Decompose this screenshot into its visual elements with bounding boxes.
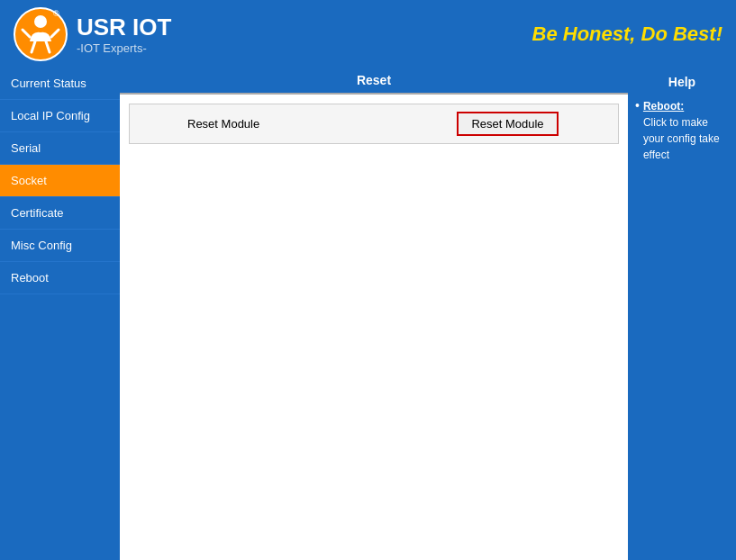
header-slogan: Be Honest, Do Best! <box>532 23 722 46</box>
sidebar-item-socket[interactable]: Socket <box>0 165 120 197</box>
reset-row: Reset Module Reset Module <box>129 104 619 144</box>
help-bold-reboot: Reboot: <box>643 100 684 113</box>
svg-text:®: ® <box>53 9 59 18</box>
sidebar-item-serial[interactable]: Serial <box>0 132 120 165</box>
help-title: Help <box>635 75 729 89</box>
tagline: -IOT Experts- <box>77 41 171 55</box>
help-bullet-text: Reboot: Click to make your config take e… <box>643 98 729 163</box>
main-content: Reset Reset Module Reset Module <box>120 68 628 560</box>
reset-button-wrapper: Reset Module <box>401 112 614 136</box>
help-text-reboot: Click to make your config take effect <box>643 116 720 161</box>
sidebar-item-reboot[interactable]: Reboot <box>0 262 120 294</box>
content-body: Reset Module Reset Module <box>120 95 628 560</box>
brand-name: USR IOT <box>77 14 171 41</box>
sidebar-item-local-ip-config[interactable]: Local IP Config <box>0 100 120 132</box>
help-bullet-dot: • <box>635 98 640 113</box>
sidebar-item-certificate[interactable]: Certificate <box>0 197 120 230</box>
layout: Current Status Local IP Config Serial So… <box>0 68 736 560</box>
reset-label: Reset Module <box>133 117 401 131</box>
help-panel: Help • Reboot: Click to make your config… <box>628 68 736 560</box>
reset-module-button[interactable]: Reset Module <box>457 112 558 136</box>
content-header: Reset <box>120 68 628 95</box>
svg-point-2 <box>34 15 47 28</box>
header-left: ® USR IOT -IOT Experts- <box>14 7 171 61</box>
logo-icon: ® <box>14 7 68 61</box>
header: ® USR IOT -IOT Experts- Be Honest, Do Be… <box>0 0 736 68</box>
header-title-block: USR IOT -IOT Experts- <box>77 14 171 55</box>
sidebar-item-current-status[interactable]: Current Status <box>0 68 120 100</box>
sidebar: Current Status Local IP Config Serial So… <box>0 68 120 560</box>
help-bullet-reboot: • Reboot: Click to make your config take… <box>635 98 729 163</box>
sidebar-item-misc-config[interactable]: Misc Config <box>0 230 120 262</box>
help-content: • Reboot: Click to make your config take… <box>635 98 729 163</box>
